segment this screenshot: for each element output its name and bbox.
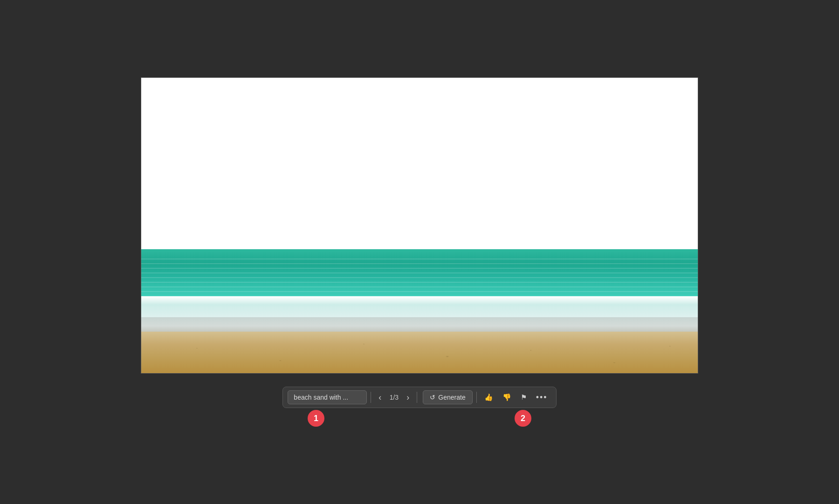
main-container: beach sand with ... ‹ 1/3 › ↺ Generate [141, 77, 698, 427]
thumbs-down-button[interactable] [499, 391, 515, 404]
refresh-icon: ↺ [430, 394, 435, 401]
prompt-text: beach sand with ... [294, 394, 348, 401]
beach-scene [141, 78, 698, 373]
wet-sand [141, 317, 698, 332]
next-icon: › [406, 393, 409, 402]
more-button[interactable]: ••• [532, 390, 551, 405]
divider-1 [371, 392, 371, 403]
badge-row: 1 2 [284, 410, 555, 427]
prompt-display: beach sand with ... [288, 390, 367, 404]
prev-icon: ‹ [378, 393, 381, 402]
sand-texture [141, 332, 698, 373]
prev-button[interactable]: ‹ [375, 391, 385, 404]
wave-details [141, 255, 698, 296]
thumbs-down-icon [502, 393, 511, 402]
badge-2: 2 [515, 410, 531, 427]
wave-foam [141, 296, 698, 317]
page-indicator: 1/3 [387, 394, 401, 401]
divider-2 [417, 392, 417, 403]
more-icon: ••• [536, 393, 548, 402]
flag-icon [521, 393, 527, 402]
thumbs-up-icon [484, 393, 493, 402]
generate-button[interactable]: ↺ Generate [423, 390, 472, 404]
badge-1: 1 [308, 410, 324, 427]
sky-area [141, 78, 698, 249]
next-button[interactable]: › [403, 391, 413, 404]
image-frame [141, 77, 698, 374]
divider-3 [476, 392, 477, 403]
generate-label: Generate [438, 394, 465, 401]
toolbar: beach sand with ... ‹ 1/3 › ↺ Generate [282, 387, 556, 408]
flag-button[interactable] [517, 391, 530, 404]
thumbs-up-button[interactable] [481, 391, 497, 404]
